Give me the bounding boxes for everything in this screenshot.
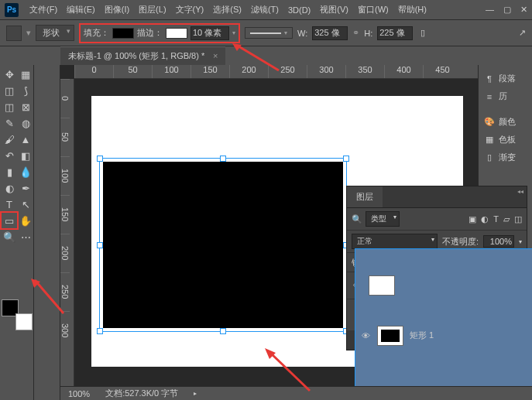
path-tool[interactable]: ↖ [18,197,33,212]
tab-close-icon[interactable]: × [213,51,218,60]
menu-text[interactable]: 文字(Y) [171,4,209,15]
fill-stroke-highlight: 填充： 描边： ▾ [79,23,240,43]
shape-mode-dropdown[interactable]: 形状 [36,25,74,41]
rectangle-tool[interactable]: ▭ [2,213,17,228]
menu-help[interactable]: 帮助(H) [393,4,431,15]
stroke-style-dropdown[interactable] [250,32,281,34]
menu-file[interactable]: 文件(F) [25,4,62,15]
fill-swatch[interactable] [112,28,134,39]
layer-row-1[interactable]: 👁 矩形 1 [355,248,532,400]
tab-title: 未标题-1 @ 100% (矩形 1, RGB/8) * [68,51,204,60]
share-icon[interactable]: ↗ [519,28,526,38]
hand-tool[interactable]: ✋ [18,213,33,228]
filter-smart-icon[interactable]: ◫ [514,214,522,224]
dodge-tool[interactable]: ◐ [2,180,17,196]
gradient-tool[interactable]: ▮ [2,164,17,179]
filter-type-icon[interactable]: T [493,214,499,224]
document-tab[interactable]: 未标题-1 @ 100% (矩形 1, RGB/8) * × [60,46,225,65]
opacity-input[interactable]: 100% [483,235,514,248]
artboard-tool[interactable]: ▦ [18,67,33,82]
menu-view[interactable]: 视图(V) [315,4,353,15]
handle-top-right[interactable] [343,156,349,162]
toolbox-left: ✥ ▦ ◫ ⟆ ◫ ⊠ ✎ ◍ 🖌 ▲ ↶ ◧ ▮ 💧 ◐ ✒ T ↖ ▭ ✋ … [0,65,34,400]
align-icon[interactable]: ▯ [420,28,425,38]
panel-color[interactable]: 🎨颜色 [479,113,532,131]
menu-select[interactable]: 选择(S) [208,4,246,15]
menu-layer[interactable]: 图层(L) [134,4,170,15]
document-tabs: 未标题-1 @ 100% (矩形 1, RGB/8) * × [60,46,532,65]
handle-bot-mid[interactable] [220,328,226,334]
frame-tool[interactable]: ⊠ [18,99,33,115]
filter-kind-dropdown[interactable]: 类型 [366,211,400,227]
menu-bar: Ps 文件(F) 编辑(E) 图像(I) 图层(L) 文字(Y) 选择(S) 滤… [0,0,532,20]
type-tool[interactable]: T [2,197,17,212]
link-icon[interactable]: ⚭ [352,28,359,38]
filter-adjust-icon[interactable]: ◐ [481,214,489,224]
panel-collapse-icon[interactable]: ◂◂ [517,188,523,195]
layers-panel: ◂◂ 图层 🔍 类型 ▣ ◐ T ▱ ◫ 正常 不透明度: 100% ▾ 锁定:… [346,186,527,350]
opacity-label: 不透明度: [442,236,479,248]
eraser-tool[interactable]: ◧ [18,148,33,163]
handle-top-mid[interactable] [220,156,226,162]
selection-bounds[interactable] [99,158,347,332]
panel-gradients[interactable]: ▯渐变 [479,149,532,166]
blend-mode-dropdown[interactable]: 正常 [352,234,438,249]
handle-top-left[interactable] [97,156,103,162]
history-brush-tool[interactable]: ↶ [2,148,17,163]
layer-thumbnail[interactable] [377,326,403,346]
window-maximize-icon[interactable]: ▢ [503,5,511,15]
stroke-swatch[interactable] [166,28,187,39]
status-bar: 100% 文档:527.3K/0 字节 ▸ [60,386,532,400]
menu-edit[interactable]: 编辑(E) [62,4,100,15]
width-label: W: [297,29,307,38]
zoom-tool[interactable]: 🔍 [2,229,17,244]
crop-tool[interactable]: ◫ [2,99,17,115]
lasso-tool[interactable]: ⟆ [18,83,33,98]
brush-tool[interactable]: 🖌 [2,132,17,147]
panel-swatches[interactable]: ▦色板 [479,131,532,149]
marquee-tool[interactable]: ◫ [2,83,17,98]
layers-tab[interactable]: 图层 [347,186,383,207]
move-tool[interactable]: ✥ [2,67,17,82]
edit-toolbar[interactable]: ⋯ [18,229,33,244]
layer-name[interactable]: 矩形 1 [410,330,434,341]
toolbox-spacer [34,65,60,400]
color-swatches [2,299,33,330]
stroke-label: 描边： [137,27,163,39]
rectangle-tool-icon[interactable] [6,26,22,41]
menu-window[interactable]: 窗口(W) [353,4,393,15]
filter-shape-icon[interactable]: ▱ [503,214,510,224]
filter-pixel-icon[interactable]: ▣ [469,214,476,224]
background-color[interactable] [15,313,33,330]
handle-mid-left[interactable] [97,242,103,248]
stroke-size-input[interactable] [190,26,229,40]
stamp-tool[interactable]: ▲ [18,132,33,147]
menu-image[interactable]: 图像(I) [100,4,134,15]
panel-history[interactable]: ≡历 [479,87,532,105]
handle-bot-left[interactable] [97,328,103,334]
blur-tool[interactable]: 💧 [18,164,33,179]
options-bar: ▾ 形状 填充： 描边： ▾ ▾ W: ⚭ H: ▯ ↗ [0,20,532,46]
window-close-icon[interactable]: ✕ [520,5,527,15]
visibility-icon[interactable]: 👁 [360,331,371,340]
panel-paragraph[interactable]: ¶段落 [479,70,532,87]
ps-logo-icon: Ps [5,3,19,17]
width-input[interactable] [312,26,348,40]
healing-tool[interactable]: ◍ [18,115,33,131]
search-icon[interactable]: 🔍 [352,214,362,224]
pen-tool[interactable]: ✒ [18,180,33,196]
height-label: H: [364,29,372,38]
window-minimize-icon[interactable]: — [486,5,494,15]
layer-thumbnail[interactable] [369,275,395,296]
menu-filter[interactable]: 滤镜(T) [246,4,283,15]
doc-info: 文档:527.3K/0 字节 [105,388,178,399]
eyedropper-tool[interactable]: ✎ [2,115,17,131]
height-input[interactable] [377,26,413,40]
menu-3d[interactable]: 3D(D) [283,5,315,15]
zoom-level[interactable]: 100% [68,389,90,398]
ruler-vertical: 050100150200250300 [60,79,74,400]
ruler-horizontal: 050100150200250300350400450 [74,65,478,79]
fill-label: 填充： [84,27,109,39]
